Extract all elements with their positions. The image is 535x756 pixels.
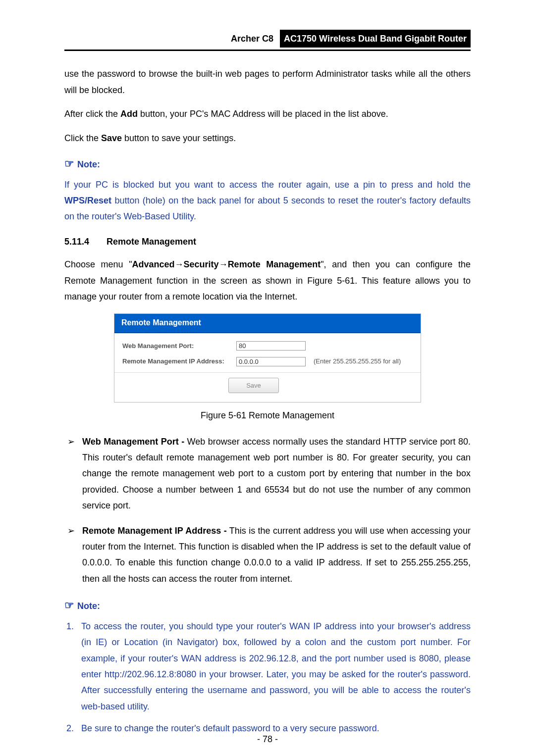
intro-paragraph-1: use the password to browse the built-in …	[64, 66, 471, 98]
note-heading-1: ☞Note:	[64, 154, 471, 174]
ip-label: Remote Management IP Address:	[122, 355, 236, 367]
page-number: - 78 -	[0, 731, 535, 747]
path-remote: Remote Management	[228, 259, 321, 269]
figure-ref: Figure 5-61	[307, 276, 355, 286]
bullet-text: Web browser access normally uses the sta…	[82, 437, 471, 511]
path-security: Security	[184, 259, 219, 269]
note-item-1: To access the router, you should type yo…	[76, 618, 471, 714]
arrow-icon: →	[219, 259, 228, 269]
text: button, your PC's MAC Address will be pl…	[138, 109, 388, 119]
bullet-bold: Web Management Port -	[82, 437, 184, 447]
note-label: Note:	[77, 159, 100, 169]
bullet-web-port: Web Management Port - Web browser access…	[64, 434, 471, 514]
pointing-hand-icon: ☞	[64, 599, 74, 611]
note-ordered-list: To access the router, you should type yo…	[64, 618, 471, 737]
web-port-input[interactable]	[236, 341, 306, 351]
wps-reset-bold: WPS/Reset	[64, 196, 111, 205]
note-body-1: If your PC is blocked but you want to ac…	[64, 177, 471, 225]
panel-title: Remote Management	[114, 314, 421, 333]
note-label: Note:	[77, 601, 100, 611]
remote-management-panel: Remote Management Web Management Port: R…	[114, 313, 421, 403]
text: After click the	[64, 109, 120, 119]
header-rule	[64, 50, 471, 51]
bullet-list: Web Management Port - Web browser access…	[64, 434, 471, 587]
save-bold: Save	[101, 133, 122, 143]
text: Click the	[64, 133, 101, 143]
header-model: Archer C8	[231, 31, 273, 47]
document-page: Archer C8 AC1750 Wireless Dual Band Giga…	[0, 0, 535, 756]
text: button (hole) on the back panel for abou…	[64, 196, 471, 221]
ip-row: Remote Management IP Address: (Enter 255…	[122, 355, 413, 367]
save-button[interactable]: Save	[228, 378, 279, 393]
ip-hint: (Enter 255.255.255.255 for all)	[314, 355, 401, 367]
path-advanced: Advanced	[132, 259, 175, 269]
text: Choose menu "	[64, 259, 132, 269]
header-product: AC1750 Wireless Dual Band Gigabit Router	[280, 30, 471, 48]
add-bold: Add	[120, 109, 138, 119]
bullet-ip-address: Remote Management IP Address - This is t…	[64, 523, 471, 587]
section-title: Remote Management	[107, 237, 196, 247]
bullet-bold: Remote Management IP Address -	[82, 526, 227, 536]
page-header: Archer C8 AC1750 Wireless Dual Band Giga…	[64, 30, 471, 48]
section-heading: 5.11.4 Remote Management	[64, 234, 471, 250]
figure-caption: Figure 5-61 Remote Management	[64, 407, 471, 423]
text: button to save your settings.	[122, 133, 236, 143]
note-heading-2: ☞Note:	[64, 596, 471, 615]
arrow-icon: →	[175, 259, 184, 269]
section-number: 5.11.4	[64, 234, 104, 250]
text: If your PC is blocked but you want to ac…	[64, 180, 471, 190]
pointing-hand-icon: ☞	[64, 157, 74, 170]
section-paragraph: Choose menu "Advanced→Security→Remote Ma…	[64, 256, 471, 304]
web-port-row: Web Management Port:	[122, 340, 413, 352]
intro-paragraph-3: Click the Save button to save your setti…	[64, 130, 471, 146]
intro-paragraph-2: After click the Add button, your PC's MA…	[64, 106, 471, 122]
ip-input[interactable]	[236, 357, 306, 366]
web-port-label: Web Management Port:	[122, 340, 236, 352]
